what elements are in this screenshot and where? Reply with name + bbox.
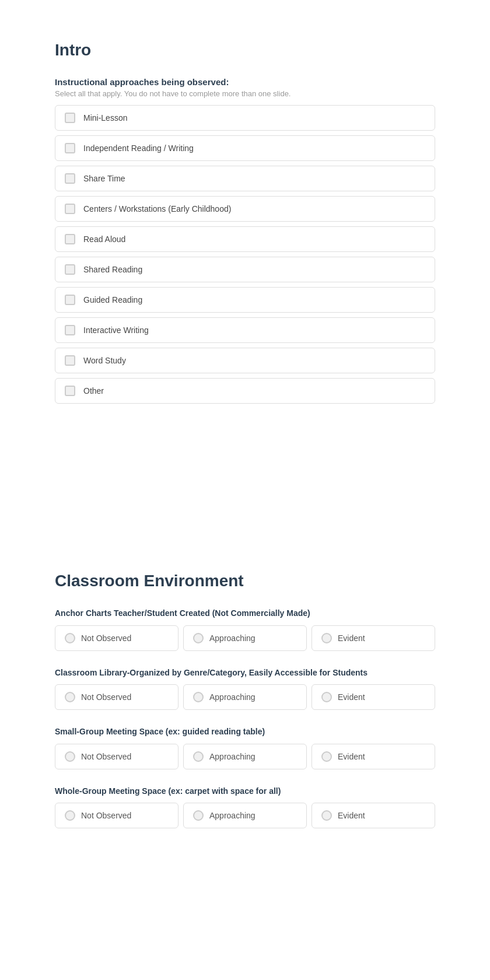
small-group-question: Small-Group Meeting Space (ex: guided re… <box>55 726 435 769</box>
radio-label-approaching: Approaching <box>209 634 256 643</box>
checkbox-shared-reading[interactable]: Shared Reading <box>55 257 435 282</box>
checkbox-label-share-time: Share Time <box>83 174 125 183</box>
checkbox-label-centers: Centers / Workstations (Early Childhood) <box>83 204 231 214</box>
checkbox-word-study[interactable]: Word Study <box>55 348 435 373</box>
whole-group-question: Whole-Group Meeting Space (ex: carpet wi… <box>55 786 435 829</box>
small-group-not-observed[interactable]: Not Observed <box>55 744 178 769</box>
classroom-library-label: Classroom Library-Organized by Genre/Cat… <box>55 667 435 679</box>
radio-circle <box>65 810 75 821</box>
radio-circle <box>193 633 204 643</box>
whole-group-evident[interactable]: Evident <box>312 803 435 828</box>
radio-circle <box>321 692 332 702</box>
checkbox-box-guided-reading <box>65 295 75 305</box>
checkbox-read-aloud[interactable]: Read Aloud <box>55 226 435 252</box>
classroom-library-evident[interactable]: Evident <box>312 684 435 710</box>
checkbox-label-mini-lesson: Mini-Lesson <box>83 113 127 123</box>
radio-circle <box>65 751 75 762</box>
checkbox-label-word-study: Word Study <box>83 356 126 365</box>
radio-circle <box>65 692 75 702</box>
radio-label-evident: Evident <box>338 752 365 761</box>
checkbox-mini-lesson[interactable]: Mini-Lesson <box>55 105 435 131</box>
radio-circle <box>321 810 332 821</box>
checkbox-box-mini-lesson <box>65 113 75 123</box>
checkbox-list: Mini-Lesson Independent Reading / Writin… <box>55 105 435 404</box>
checkbox-box-interactive-writing <box>65 325 75 335</box>
checkbox-independent-reading[interactable]: Independent Reading / Writing <box>55 135 435 161</box>
checkbox-share-time[interactable]: Share Time <box>55 166 435 191</box>
checkbox-label-independent-reading: Independent Reading / Writing <box>83 144 194 153</box>
checkbox-label-guided-reading: Guided Reading <box>83 295 142 304</box>
checkbox-label-read-aloud: Read Aloud <box>83 235 125 244</box>
instructional-approaches-label: Instructional approaches being observed: <box>55 77 435 87</box>
checkbox-box-independent-reading <box>65 143 75 153</box>
radio-circle <box>321 751 332 762</box>
classroom-environment-section: Classroom Environment Anchor Charts Teac… <box>55 560 435 828</box>
checkbox-box-shared-reading <box>65 264 75 275</box>
anchor-charts-not-observed[interactable]: Not Observed <box>55 625 178 651</box>
instructional-approaches-question: Instructional approaches being observed:… <box>55 77 435 404</box>
classroom-library-options: Not Observed Approaching Evident <box>55 684 435 710</box>
checkbox-box-share-time <box>65 173 75 184</box>
checkbox-other[interactable]: Other <box>55 378 435 404</box>
radio-label-not-observed: Not Observed <box>81 752 131 761</box>
checkbox-box-centers <box>65 204 75 214</box>
checkbox-box-other <box>65 386 75 396</box>
radio-label-not-observed: Not Observed <box>81 811 131 820</box>
anchor-charts-approaching[interactable]: Approaching <box>183 625 307 651</box>
checkbox-box-word-study <box>65 355 75 366</box>
radio-label-evident: Evident <box>338 811 365 820</box>
checkbox-centers[interactable]: Centers / Workstations (Early Childhood) <box>55 196 435 222</box>
radio-label-approaching: Approaching <box>209 692 256 702</box>
classroom-environment-title: Classroom Environment <box>55 572 435 590</box>
small-group-label: Small-Group Meeting Space (ex: guided re… <box>55 726 435 738</box>
classroom-library-approaching[interactable]: Approaching <box>183 684 307 710</box>
checkbox-label-other: Other <box>83 386 104 396</box>
whole-group-approaching[interactable]: Approaching <box>183 803 307 828</box>
spacer <box>55 443 435 560</box>
radio-label-not-observed: Not Observed <box>81 634 131 643</box>
radio-circle <box>65 633 75 643</box>
small-group-evident[interactable]: Evident <box>312 744 435 769</box>
whole-group-options: Not Observed Approaching Evident <box>55 803 435 828</box>
small-group-options: Not Observed Approaching Evident <box>55 744 435 769</box>
whole-group-label: Whole-Group Meeting Space (ex: carpet wi… <box>55 786 435 797</box>
classroom-library-not-observed[interactable]: Not Observed <box>55 684 178 710</box>
anchor-charts-evident[interactable]: Evident <box>312 625 435 651</box>
instructional-approaches-hint: Select all that apply. You do not have t… <box>55 89 435 98</box>
intro-title: Intro <box>55 41 435 60</box>
anchor-charts-question: Anchor Charts Teacher/Student Created (N… <box>55 608 435 651</box>
radio-label-approaching: Approaching <box>209 811 256 820</box>
checkbox-guided-reading[interactable]: Guided Reading <box>55 287 435 313</box>
radio-circle <box>193 692 204 702</box>
intro-section: Intro Instructional approaches being obs… <box>55 23 435 443</box>
radio-label-evident: Evident <box>338 634 365 643</box>
radio-label-approaching: Approaching <box>209 752 256 761</box>
checkbox-box-read-aloud <box>65 234 75 244</box>
anchor-charts-options: Not Observed Approaching Evident <box>55 625 435 651</box>
whole-group-not-observed[interactable]: Not Observed <box>55 803 178 828</box>
small-group-approaching[interactable]: Approaching <box>183 744 307 769</box>
radio-circle <box>193 810 204 821</box>
radio-label-not-observed: Not Observed <box>81 692 131 702</box>
radio-label-evident: Evident <box>338 692 365 702</box>
classroom-library-question: Classroom Library-Organized by Genre/Cat… <box>55 667 435 710</box>
radio-circle <box>193 751 204 762</box>
radio-circle <box>321 633 332 643</box>
checkbox-interactive-writing[interactable]: Interactive Writing <box>55 317 435 343</box>
anchor-charts-label: Anchor Charts Teacher/Student Created (N… <box>55 608 435 620</box>
checkbox-label-interactive-writing: Interactive Writing <box>83 326 149 335</box>
checkbox-label-shared-reading: Shared Reading <box>83 265 142 274</box>
